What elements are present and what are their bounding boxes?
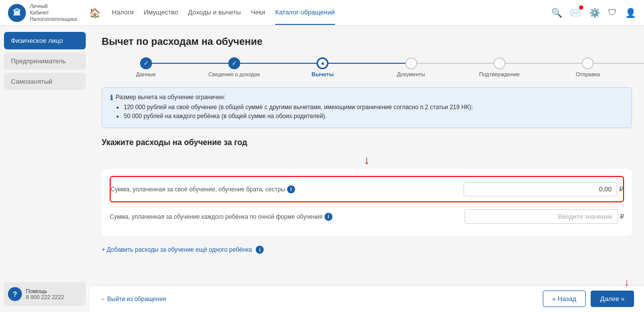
info-bullet-1: 50 000 рублей на каждого ребёнка (в обще… [124,113,473,120]
step-circle-0: ✓ [140,57,152,69]
form-card: Сумма, уплаченная за своё обучение, обуч… [102,169,632,236]
arrow-down-indicator: ↓ [102,153,632,167]
connector-5 [588,63,644,64]
step-label-1: Сведения о доходах [208,71,260,77]
form-row-self: Сумма, уплаченная за своё обучение, обуч… [111,177,623,201]
settings-icon[interactable]: ⚙️ [589,7,600,18]
logo: 🏛 Личный Кабинет Налогоплательщика [8,3,77,22]
search-icon[interactable]: 🔍 [551,7,562,18]
home-icon[interactable]: 🏠 [89,7,100,18]
layout: Физическое лицо Предприниматель Самозаня… [0,26,644,312]
currency-symbol-child: ₽ [620,213,624,220]
next-button-wrapper: ↓ Далее » [591,291,634,307]
step-circle-5: ○ [582,57,594,69]
form-row-child: Сумма, уплаченная за обучение каждого ре… [110,204,624,229]
field-label-self: Сумма, уплаченная за своё обучение, обуч… [111,185,460,193]
header-icons: 🔍 ✉️ ⚙️ 🛡 👤 [551,7,636,18]
field-input-child: ₽ [465,209,624,224]
field-label-child: Сумма, уплаченная за обучение каждого ре… [110,213,461,221]
help-phone: 8 800 222 2222 [26,294,64,300]
add-child-link[interactable]: + Добавить расходы за обучение ещё одног… [102,244,264,256]
main-nav: Налоги Имущество Доходы и вычеты Чеки Ка… [112,0,543,25]
sidebar-item-entrepreneur[interactable]: Предприниматель [4,52,86,70]
mail-icon[interactable]: ✉️ [570,7,581,18]
currency-symbol-self: ₽ [619,185,623,193]
arrow-next-indicator: ↓ [624,277,629,288]
logo-icon: 🏛 [8,4,26,22]
section-title: Укажите расходы на обучение за год [102,138,632,147]
next-button[interactable]: Далее » [591,291,634,307]
sidebar-item-individual[interactable]: Физическое лицо [4,32,86,49]
nav-item-taxes[interactable]: Налоги [112,0,134,25]
step-circle-3: ○ [405,57,417,69]
logo-text: Личный Кабинет Налогоплательщика [30,3,77,22]
self-amount-input[interactable] [464,182,617,196]
nav-item-catalog[interactable]: Каталог обращений [275,0,335,25]
step-circle-2: ● [317,57,328,69]
step-deductions: ● Вычеты [279,57,367,77]
child-amount-input[interactable] [465,209,618,224]
field-input-self: ₽ [464,182,623,196]
header: 🏛 Личный Кабинет Налогоплательщика 🏠 Нал… [0,0,644,26]
footer-buttons: « Назад ↓ Далее » [543,291,634,307]
step-income: ✓ Сведения о доходах [190,57,278,77]
step-label-5: Отправка [576,71,600,77]
nav-item-property[interactable]: Имущество [144,0,178,25]
sidebar-item-selfemployed[interactable]: Самозанятый [4,73,86,90]
step-send: ○ Отправка [544,57,632,77]
nav-item-income[interactable]: Доходы и вычеты [188,0,241,25]
step-confirm: ○ Подтверждение [455,57,543,77]
nav-item-checks[interactable]: Чеки [251,0,265,25]
field-info-icon-self[interactable]: i [287,185,295,193]
mail-badge [579,5,583,9]
info-box: ℹ Размер вычета на обучение ограничен: 1… [102,87,632,128]
info-title: Размер вычета на обучение ограничен: [116,94,473,101]
step-label-0: Данные [136,71,156,77]
step-data: ✓ Данные [102,57,190,77]
help-section[interactable]: ? Помощь 8 800 222 2222 [4,282,86,306]
main-content: Вычет по расходам на обучение ✓ Данные ✓… [90,26,644,285]
help-icon: ? [8,287,22,301]
field-highlight-wrapper: Сумма, уплаченная за своё обучение, обуч… [110,176,624,202]
step-label-2: Вычеты [312,71,333,77]
back-button[interactable]: « Назад [543,291,586,307]
page-title: Вычет по расходам на обучение [102,36,632,47]
step-circle-1: ✓ [228,57,240,69]
step-label-4: Подтверждение [479,71,519,77]
info-icon: ℹ [110,94,113,102]
step-circle-4: ○ [493,57,505,69]
add-link-info-icon[interactable]: i [256,246,264,254]
field-info-icon-child[interactable]: i [324,213,332,221]
sidebar: Физическое лицо Предприниматель Самозаня… [0,26,90,312]
step-label-3: Документы [397,71,425,77]
user-icon[interactable]: 👤 [625,7,636,18]
stepper: ✓ Данные ✓ Сведения о доходах ● Вычеты ○ [102,57,632,77]
exit-button[interactable]: → Выйти из обращения [100,296,166,303]
footer: → Выйти из обращения « Назад ↓ Далее » [90,285,644,312]
shield-icon[interactable]: 🛡 [608,7,617,18]
info-bullet-0: 120 000 рублей на своё обучение (в общей… [124,104,473,111]
step-documents: ○ Документы [367,57,455,77]
info-list: 120 000 рублей на своё обучение (в общей… [124,104,473,120]
help-label: Помощь [26,288,64,294]
